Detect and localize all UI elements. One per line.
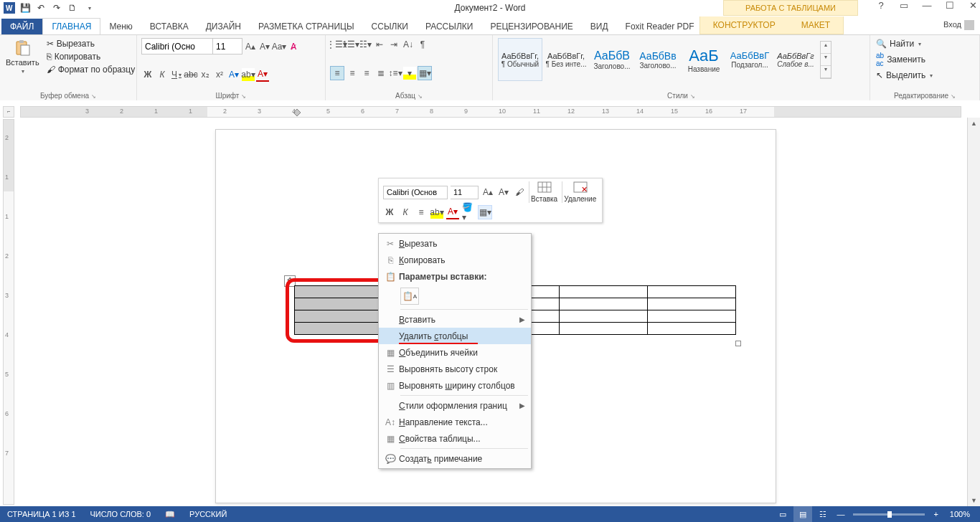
superscript-button[interactable]: x² xyxy=(213,68,226,81)
tab-insert[interactable]: ВСТАВКА xyxy=(141,19,197,34)
tab-home[interactable]: ГЛАВНАЯ xyxy=(42,18,100,34)
zoom-value[interactable]: 100% xyxy=(943,510,977,518)
style-subtle[interactable]: АаБбВвГгСлабое в... xyxy=(773,38,818,81)
mini-delete-button[interactable]: ✕Удаление xyxy=(562,181,598,203)
align-center-button[interactable]: ≡ xyxy=(346,67,359,80)
ctx-copy[interactable]: ⎘Копировать xyxy=(379,252,531,268)
scroll-down-icon[interactable]: ▼ xyxy=(968,495,980,506)
cut-button[interactable]: ✂Вырезать xyxy=(45,38,137,49)
ctx-border-styles[interactable]: Стили оформления границ▶ xyxy=(379,397,531,414)
shading-button[interactable]: ▾ xyxy=(403,67,416,80)
status-words[interactable]: ЧИСЛО СЛОВ: 0 xyxy=(83,510,159,518)
sort-button[interactable]: A↓ xyxy=(402,38,415,51)
ctx-insert[interactable]: Вставить▶ xyxy=(379,311,531,328)
newdoc-icon[interactable]: 🗋 xyxy=(66,1,79,14)
ctx-table-props[interactable]: ▦Свойства таблицы... xyxy=(379,430,531,447)
grow-font-button[interactable]: A▴ xyxy=(244,40,257,53)
scroll-up-icon[interactable]: ▲ xyxy=(968,118,980,129)
mini-shading-button[interactable]: 🪣▾ xyxy=(462,206,475,219)
change-case-button[interactable]: Aa▾ xyxy=(273,40,286,53)
ruler-corner[interactable]: ⌐ xyxy=(3,106,14,118)
maximize-icon[interactable]: ☐ xyxy=(944,0,956,11)
zoom-thumb[interactable] xyxy=(887,511,892,518)
vertical-scrollbar[interactable]: ▲ ▼ xyxy=(967,118,980,506)
status-language[interactable]: РУССКИЙ xyxy=(182,510,234,518)
paste-button[interactable]: Вставить ▾ xyxy=(4,38,41,76)
mini-font-input[interactable] xyxy=(383,186,448,199)
clear-format-button[interactable]: A̷ xyxy=(287,40,300,53)
tab-references[interactable]: ССЫЛКИ xyxy=(363,19,417,34)
bullets-button[interactable]: ⋮☰▾ xyxy=(330,38,343,51)
status-page[interactable]: СТРАНИЦА 1 ИЗ 1 xyxy=(0,510,83,518)
tab-foxit[interactable]: Foxit Reader PDF xyxy=(617,19,703,34)
tab-file[interactable]: ФАЙЛ xyxy=(1,19,42,34)
ribbon-opts-icon[interactable]: ▭ xyxy=(898,0,910,11)
line-spacing-button[interactable]: ↕≡▾ xyxy=(389,67,402,80)
font-color-button[interactable]: A▾ xyxy=(256,67,269,82)
shrink-font-button[interactable]: A▾ xyxy=(258,40,271,53)
ctx-merge[interactable]: ▦Объединить ячейки xyxy=(379,344,531,361)
find-button[interactable]: 🔍Найти▾ xyxy=(875,38,975,49)
mini-bold-button[interactable]: Ж xyxy=(383,206,396,219)
mini-italic-button[interactable]: К xyxy=(399,206,412,219)
ctx-dist-cols[interactable]: ▥Выровнять ширину столбцов xyxy=(379,377,531,394)
ctx-cut[interactable]: ✂Вырезать xyxy=(379,235,531,252)
ctx-dist-rows[interactable]: ☰Выровнять высоту строк xyxy=(379,361,531,377)
tab-mailings[interactable]: РАССЫЛКИ xyxy=(417,19,481,34)
zoom-in-button[interactable]: + xyxy=(930,510,941,518)
italic-button[interactable]: К xyxy=(156,68,169,81)
mini-borders-button[interactable]: ▦▾ xyxy=(478,205,492,219)
text-effects-button[interactable]: A▾ xyxy=(227,68,240,81)
table-resize-handle[interactable] xyxy=(735,341,741,346)
style-heading2[interactable]: АаБбВвЗаголово... xyxy=(636,38,680,81)
strike-button[interactable]: abc xyxy=(184,68,197,81)
inc-indent-button[interactable]: ⇥ xyxy=(387,38,400,51)
borders-button[interactable]: ▦▾ xyxy=(418,66,432,80)
tab-review[interactable]: РЕЦЕНЗИРОВАНИЕ xyxy=(481,19,581,34)
mini-size-input[interactable] xyxy=(451,186,479,199)
highlight-button[interactable]: ab▾ xyxy=(242,68,255,81)
ctx-delete-columns[interactable]: Удалить столбцы xyxy=(379,328,531,344)
tab-menu[interactable]: Меню xyxy=(100,19,141,34)
vertical-ruler[interactable]: 211234567 xyxy=(3,119,14,505)
style-title[interactable]: АаБНазвание xyxy=(682,38,726,81)
copy-button[interactable]: ⎘Копировать xyxy=(45,51,137,62)
mini-grow-button[interactable]: A▴ xyxy=(481,186,494,199)
format-painter-button[interactable]: 🖌Формат по образцу xyxy=(45,64,137,75)
style-nospace[interactable]: АаБбВвГг,¶ Без инте... xyxy=(544,38,588,81)
view-read-button[interactable]: ▭ xyxy=(773,506,792,522)
mini-fontcolor-button[interactable]: A▾ xyxy=(446,205,459,219)
qat-more-icon[interactable]: ▾ xyxy=(83,1,96,14)
mini-format-painter-icon[interactable]: 🖌 xyxy=(513,186,526,199)
tab-maket[interactable]: МАКЕТ xyxy=(788,20,843,30)
mini-shrink-button[interactable]: A▾ xyxy=(497,186,510,199)
close-icon[interactable]: ✕ xyxy=(967,0,979,11)
dec-indent-button[interactable]: ⇤ xyxy=(373,38,386,51)
view-web-button[interactable]: ☷ xyxy=(814,506,832,522)
ctx-text-direction[interactable]: A↕Направление текста... xyxy=(379,414,531,430)
bold-button[interactable]: Ж xyxy=(141,68,154,81)
mini-align-button[interactable]: ≡ xyxy=(415,206,428,219)
numbering-button[interactable]: 1☰▾ xyxy=(344,38,357,51)
paste-option-icon[interactable]: 📋A xyxy=(400,288,419,305)
style-subtitle[interactable]: АаБбВвГПодзагол... xyxy=(727,38,772,81)
horizontal-ruler[interactable]: 3211234567891011121314151617 xyxy=(20,106,961,118)
ctx-new-comment[interactable]: 💬Создать примечание xyxy=(379,450,531,467)
align-left-button[interactable]: ≡ xyxy=(330,66,344,80)
style-normal[interactable]: АаБбВвГг,¶ Обычный xyxy=(498,38,542,81)
align-right-button[interactable]: ≡ xyxy=(360,67,373,80)
mini-highlight-button[interactable]: ab▾ xyxy=(430,206,443,219)
justify-button[interactable]: ≣ xyxy=(374,67,387,80)
tab-construct[interactable]: КОНСТРУКТОР xyxy=(700,20,788,30)
select-button[interactable]: ↖Выделить▾ xyxy=(875,70,975,81)
styles-more-button[interactable]: ▴▾▾ xyxy=(820,41,831,79)
multilevel-button[interactable]: ☷▾ xyxy=(359,38,372,51)
redo-icon[interactable]: ↷ xyxy=(50,1,63,14)
font-name-input[interactable] xyxy=(141,38,213,54)
underline-button[interactable]: Ч▾ xyxy=(170,68,183,81)
show-marks-button[interactable]: ¶ xyxy=(416,38,429,51)
replace-button[interactable]: abacЗаменить xyxy=(875,51,975,68)
minimize-icon[interactable]: — xyxy=(921,0,933,11)
mini-insert-button[interactable]: Вставка xyxy=(529,181,559,203)
tab-page-layout[interactable]: РАЗМЕТКА СТРАНИЦЫ xyxy=(250,19,363,34)
